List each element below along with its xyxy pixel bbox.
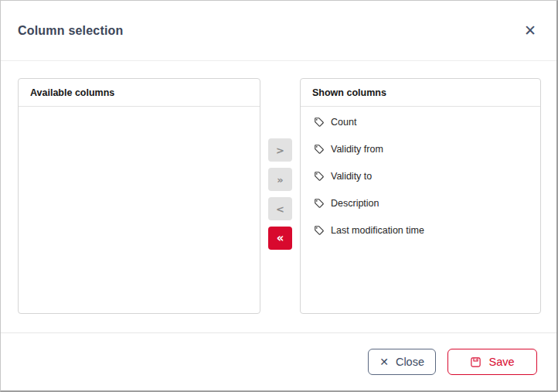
tag-icon bbox=[314, 198, 325, 209]
column-item-label: Validity to bbox=[331, 171, 372, 182]
tag-icon bbox=[314, 225, 325, 236]
transfer-buttons: > » < « bbox=[260, 78, 300, 332]
close-button-label: Close bbox=[396, 356, 424, 368]
tag-icon bbox=[314, 117, 325, 128]
column-selection-dialog: Column selection ✕ Available columns > »… bbox=[0, 0, 558, 392]
tag-icon bbox=[314, 171, 325, 182]
column-item-label: Last modification time bbox=[331, 225, 424, 236]
dialog-body: Available columns > » < « Shown columns bbox=[1, 61, 556, 332]
close-icon[interactable]: ✕ bbox=[522, 22, 538, 39]
close-x-icon: ✕ bbox=[379, 356, 389, 367]
shown-columns-panel: Shown columns Count bbox=[300, 78, 541, 314]
shown-column-item[interactable]: Last modification time bbox=[301, 216, 540, 244]
move-all-right-button[interactable]: » bbox=[268, 168, 292, 191]
chevron-left-icon: < bbox=[276, 204, 284, 214]
shown-column-item[interactable]: Description bbox=[301, 189, 540, 216]
move-right-button[interactable]: > bbox=[268, 138, 292, 162]
available-columns-header: Available columns bbox=[19, 79, 260, 107]
dialog-title: Column selection bbox=[18, 24, 124, 38]
column-item-label: Description bbox=[331, 198, 379, 209]
shown-column-item[interactable]: Validity to bbox=[301, 162, 540, 189]
shown-columns-header: Shown columns bbox=[301, 79, 540, 107]
available-columns-panel: Available columns bbox=[18, 78, 260, 314]
close-button[interactable]: ✕ Close bbox=[368, 349, 436, 375]
shown-column-item[interactable]: Validity from bbox=[301, 135, 540, 162]
tag-icon bbox=[314, 144, 325, 155]
save-button-label: Save bbox=[488, 356, 514, 368]
available-columns-list bbox=[19, 107, 260, 108]
double-chevron-right-icon: » bbox=[277, 175, 283, 185]
column-item-label: Count bbox=[331, 117, 356, 128]
dialog-header: Column selection ✕ bbox=[1, 1, 556, 61]
shown-columns-list: Count Validity from bbox=[301, 107, 540, 244]
column-item-label: Validity from bbox=[331, 144, 383, 155]
save-button[interactable]: Save bbox=[447, 349, 537, 375]
double-chevron-left-icon: « bbox=[277, 233, 284, 244]
chevron-right-icon: > bbox=[276, 145, 284, 155]
move-left-button[interactable]: < bbox=[268, 197, 292, 220]
move-all-left-button[interactable]: « bbox=[268, 227, 292, 250]
dialog-footer: ✕ Close Save bbox=[1, 332, 556, 390]
shown-column-item[interactable]: Count bbox=[301, 108, 540, 135]
save-icon bbox=[470, 356, 481, 368]
